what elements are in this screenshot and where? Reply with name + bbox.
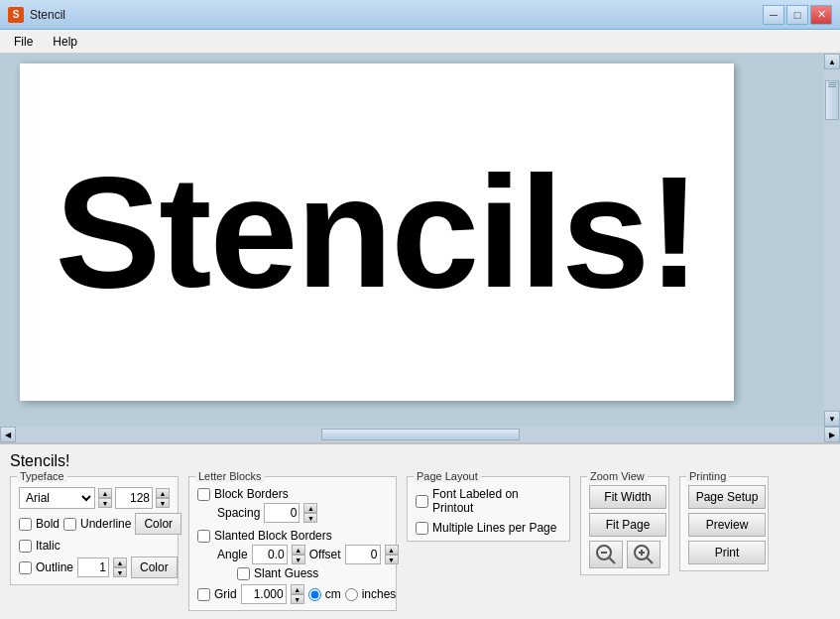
fit-page-button[interactable]: Fit Page xyxy=(589,513,666,537)
window-controls: ─ □ ✕ xyxy=(763,5,832,25)
canvas-scroll-area: Stencils! xyxy=(0,54,824,427)
grid-spinner[interactable]: ▲ ▼ xyxy=(291,584,304,604)
zoom-out-icon xyxy=(595,544,617,565)
maximize-button[interactable]: □ xyxy=(786,5,808,25)
underline-checkbox[interactable] xyxy=(63,518,76,531)
title-bar: S Stencil ─ □ ✕ xyxy=(0,0,840,30)
font-size-input[interactable] xyxy=(115,487,153,509)
letter-blocks-group: Letter Blocks Block Borders Spacing ▲ ▼ … xyxy=(188,476,397,611)
outline-value-input[interactable] xyxy=(77,557,109,577)
spacing-up[interactable]: ▲ xyxy=(303,503,317,513)
page-layout-group: Page Layout Font Labeled on Printout Mul… xyxy=(407,476,570,542)
font-size-down[interactable]: ▼ xyxy=(98,498,112,508)
printing-title: Printing xyxy=(686,470,729,482)
angle-label: Angle xyxy=(217,548,248,561)
scroll-down-button[interactable]: ▼ xyxy=(824,411,840,427)
close-button[interactable]: ✕ xyxy=(810,5,832,25)
multiple-lines-row: Multiple Lines per Page xyxy=(416,521,561,535)
spacing-row: Spacing ▲ ▼ xyxy=(197,503,388,523)
spacing-spinner[interactable]: ▲ ▼ xyxy=(303,503,317,523)
multiple-lines-checkbox[interactable] xyxy=(416,522,428,535)
offset-up[interactable]: ▲ xyxy=(385,545,399,555)
bold-checkbox[interactable] xyxy=(19,518,32,531)
font-size-spinner[interactable]: ▲ ▼ xyxy=(98,488,112,508)
font-labeled-row: Font Labeled on Printout xyxy=(416,487,561,515)
grid-label: Grid xyxy=(214,587,237,601)
multiple-lines-label: Multiple Lines per Page xyxy=(432,521,556,535)
zoom-icons-row xyxy=(589,541,660,568)
zoom-out-button[interactable] xyxy=(589,541,623,568)
underline-label: Underline xyxy=(80,517,131,531)
app-icon: S xyxy=(8,7,24,23)
cm-radio[interactable] xyxy=(308,588,321,601)
preview-button[interactable]: Preview xyxy=(688,513,766,537)
grid-down[interactable]: ▼ xyxy=(291,594,304,604)
offset-down[interactable]: ▼ xyxy=(385,555,399,564)
offset-spinner[interactable]: ▲ ▼ xyxy=(385,545,399,564)
scroll-up-button[interactable]: ▲ xyxy=(824,54,840,69)
angle-down[interactable]: ▼ xyxy=(292,555,305,564)
grid-row: Grid ▲ ▼ cm inches xyxy=(197,584,388,604)
offset-label: Offset xyxy=(309,548,341,561)
outline-color-button[interactable]: Color xyxy=(131,557,178,578)
scroll-left-button[interactable]: ◀ xyxy=(0,427,16,442)
spacing-down[interactable]: ▼ xyxy=(303,513,317,523)
menu-file[interactable]: File xyxy=(4,33,43,51)
font-select[interactable]: Arial xyxy=(19,487,95,509)
angle-spinner[interactable]: ▲ ▼ xyxy=(292,545,305,564)
scroll-thumb-h[interactable] xyxy=(321,429,520,440)
outline-label: Outline xyxy=(36,560,73,574)
slant-guess-checkbox[interactable] xyxy=(237,567,250,580)
spacing-input[interactable] xyxy=(264,503,300,523)
bold-underline-row: Bold Underline Color xyxy=(19,513,170,535)
color-button[interactable]: Color xyxy=(135,513,181,535)
panel-title: Stencils! xyxy=(10,452,830,470)
letter-blocks-title: Letter Blocks xyxy=(195,470,265,482)
font-size-up2[interactable]: ▲ xyxy=(156,488,170,498)
font-select-row: Arial ▲ ▼ ▲ ▼ xyxy=(19,487,170,509)
grid-input[interactable] xyxy=(241,584,287,604)
block-borders-checkbox[interactable] xyxy=(197,488,210,501)
font-labeled-checkbox[interactable] xyxy=(416,495,428,508)
canvas-area: Stencils! ▲ ▼ xyxy=(0,54,840,427)
italic-row: Italic xyxy=(19,539,170,553)
print-button[interactable]: Print xyxy=(688,541,766,564)
offset-input[interactable] xyxy=(345,545,381,564)
angle-offset-row: Angle ▲ ▼ Offset ▲ ▼ xyxy=(197,545,388,564)
angle-up[interactable]: ▲ xyxy=(292,545,305,555)
outline-up[interactable]: ▲ xyxy=(113,557,127,567)
svg-line-4 xyxy=(647,557,653,563)
outline-checkbox[interactable] xyxy=(19,561,32,574)
outline-spinner[interactable]: ▲ ▼ xyxy=(113,557,127,577)
spacing-label: Spacing xyxy=(217,506,260,520)
grid-up[interactable]: ▲ xyxy=(291,584,304,594)
scroll-track-v[interactable] xyxy=(825,70,839,410)
font-size-spinner2[interactable]: ▲ ▼ xyxy=(156,488,170,508)
zoom-in-button[interactable] xyxy=(627,541,660,568)
font-labeled-label: Font Labeled on Printout xyxy=(432,487,561,515)
vertical-scrollbar[interactable]: ▲ ▼ xyxy=(824,54,840,427)
typeface-group-title: Typeface xyxy=(17,470,67,482)
scroll-thumb-v[interactable] xyxy=(825,80,839,120)
scroll-track-h[interactable] xyxy=(17,428,823,441)
font-size-up[interactable]: ▲ xyxy=(98,488,112,498)
menu-help[interactable]: Help xyxy=(43,33,87,51)
inches-radio[interactable] xyxy=(345,588,358,601)
window-title: Stencil xyxy=(30,8,65,22)
italic-checkbox[interactable] xyxy=(19,540,32,553)
slant-guess-label: Slant Guess xyxy=(254,566,318,580)
fit-width-button[interactable]: Fit Width xyxy=(589,485,666,509)
block-borders-row: Block Borders xyxy=(197,487,388,501)
inches-label: inches xyxy=(362,587,397,601)
slanted-block-borders-checkbox[interactable] xyxy=(197,530,210,543)
page-setup-button[interactable]: Page Setup xyxy=(688,485,766,509)
outline-row: Outline ▲ ▼ Color xyxy=(19,557,170,578)
font-size-down2[interactable]: ▼ xyxy=(156,498,170,508)
unit-radio-group: cm inches xyxy=(308,587,397,601)
grid-checkbox[interactable] xyxy=(197,588,210,601)
minimize-button[interactable]: ─ xyxy=(763,5,784,25)
scroll-right-button[interactable]: ▶ xyxy=(824,427,840,442)
outline-down[interactable]: ▼ xyxy=(113,567,127,577)
angle-input[interactable] xyxy=(252,545,288,564)
horizontal-scrollbar[interactable]: ◀ ▶ xyxy=(0,427,840,442)
